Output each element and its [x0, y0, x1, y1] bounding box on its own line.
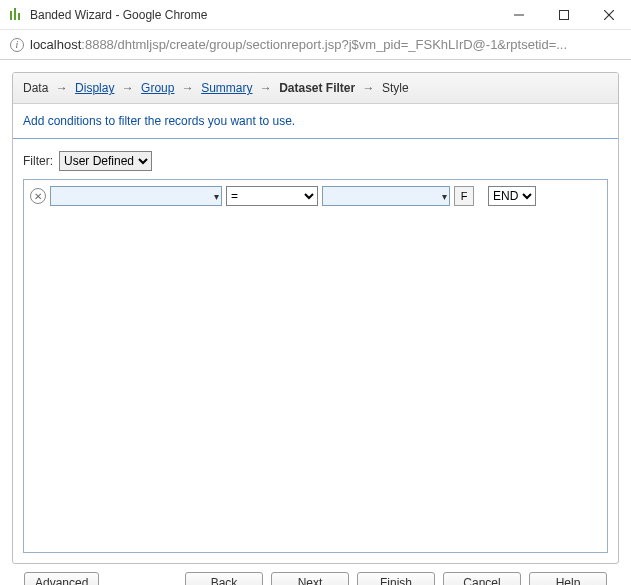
next-button[interactable]: Next	[271, 572, 349, 585]
address-path: :8888/dhtmljsp/create/group/sectionrepor…	[81, 37, 567, 52]
close-button[interactable]	[586, 0, 631, 30]
filter-label: Filter:	[23, 154, 53, 168]
crumb-arrow-icon: →	[260, 81, 272, 95]
minimize-button[interactable]	[496, 0, 541, 30]
cancel-button[interactable]: Cancel	[443, 572, 521, 585]
wizard-container: Data → Display → Group → Summary → Datas…	[0, 60, 631, 585]
maximize-button[interactable]	[541, 0, 586, 30]
address-bar[interactable]: i localhost:8888/dhtmljsp/create/group/s…	[0, 30, 631, 60]
crumb-arrow-icon: →	[56, 81, 68, 95]
filter-select[interactable]: User Defined	[59, 151, 152, 171]
svg-rect-2	[18, 13, 20, 20]
value-combo[interactable]: ▾	[322, 186, 450, 206]
crumb-arrow-icon: →	[363, 81, 375, 95]
filter-row: Filter: User Defined	[13, 139, 618, 179]
crumb-arrow-icon: →	[182, 81, 194, 95]
svg-rect-4	[559, 10, 568, 19]
crumb-group[interactable]: Group	[141, 81, 174, 95]
logic-end-select[interactable]: END	[488, 186, 536, 206]
crumb-arrow-icon: →	[122, 81, 134, 95]
window-title: Banded Wizard - Google Chrome	[30, 8, 207, 22]
app-icon	[8, 7, 24, 23]
window-titlebar: Banded Wizard - Google Chrome	[0, 0, 631, 30]
crumb-data: Data	[23, 81, 48, 95]
crumb-display[interactable]: Display	[75, 81, 114, 95]
wizard-footer: Advanced Back Next Finish Cancel Help	[12, 564, 619, 585]
window-controls	[496, 0, 631, 30]
delete-row-icon[interactable]: ✕	[30, 188, 46, 204]
formula-button[interactable]: F	[454, 186, 474, 206]
help-button[interactable]: Help	[529, 572, 607, 585]
instruction-text: Add conditions to filter the records you…	[13, 104, 618, 139]
operator-select[interactable]: =	[226, 186, 318, 206]
finish-button[interactable]: Finish	[357, 572, 435, 585]
crumb-dataset-filter: Dataset Filter	[279, 81, 355, 95]
advanced-button[interactable]: Advanced	[24, 572, 99, 585]
crumb-style: Style	[382, 81, 409, 95]
address-host: localhost	[30, 37, 81, 52]
svg-rect-0	[10, 11, 12, 20]
site-info-icon[interactable]: i	[10, 38, 24, 52]
svg-rect-1	[14, 8, 16, 20]
condition-row: ✕ ▾ = ▾ F END	[24, 180, 607, 212]
chevron-down-icon: ▾	[442, 191, 447, 202]
chevron-down-icon: ▾	[214, 191, 219, 202]
field-combo[interactable]: ▾	[50, 186, 222, 206]
crumb-summary[interactable]: Summary	[201, 81, 252, 95]
wizard-panel: Data → Display → Group → Summary → Datas…	[12, 72, 619, 564]
back-button[interactable]: Back	[185, 572, 263, 585]
breadcrumb: Data → Display → Group → Summary → Datas…	[13, 73, 618, 104]
conditions-grid: ✕ ▾ = ▾ F END	[23, 179, 608, 553]
